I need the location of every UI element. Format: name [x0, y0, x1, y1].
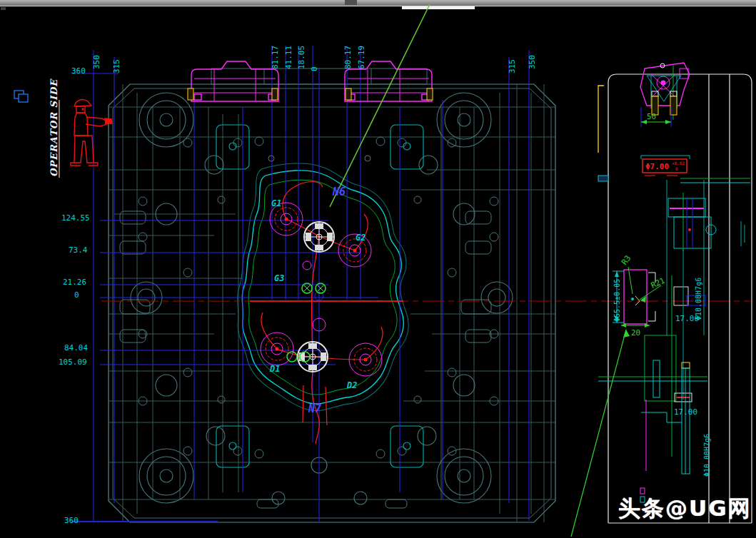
- blue-construction-lines: [71, 46, 529, 523]
- dim-360-left: 360: [71, 66, 86, 76]
- yellow-edge-line: [598, 86, 604, 153]
- operator-side-marker: OPERATOR SIDE: [49, 78, 112, 178]
- round-insert-top: [304, 222, 334, 252]
- cyan-inserts: [216, 125, 423, 467]
- operator-figure-icon: [71, 99, 112, 166]
- operator-side-label: OPERATOR SIDE: [49, 78, 59, 177]
- dim-low-17: 17.00: [674, 407, 697, 417]
- section-view: 50 Φ7.00 +0.02 0: [571, 63, 752, 537]
- cavity-contours: [238, 163, 409, 411]
- ghost-grid-lines: [109, 84, 555, 522]
- runner-system: [261, 182, 383, 445]
- dim-top-0: 81.17: [271, 46, 280, 69]
- plate-stack-edges: [608, 74, 752, 523]
- insert-label-d1: D1: [269, 364, 280, 374]
- dim-r21: R21: [650, 276, 666, 290]
- gate-assembly-left: [191, 61, 278, 101]
- dim-top-3: 0: [310, 66, 319, 71]
- insert-label-n7: N7: [308, 402, 321, 415]
- section-dimension-labels: Φ55.5±0.05 R3 R21 20 17.00 Φ10.00H7g6 17…: [613, 253, 711, 477]
- dim-top-4: 80.17: [343, 46, 353, 69]
- dim-mid-dia10: Φ10.00H7g6: [695, 278, 702, 320]
- dim-50-label: 50: [647, 112, 656, 121]
- bore-tol-bottom: 0: [675, 166, 678, 171]
- green-leader-arrow: [623, 330, 630, 337]
- insert-label-d2: D2: [346, 380, 357, 390]
- plan-dimension-labels: 360 360 350 315 315 350 81.17 41.11 18.0…: [59, 46, 537, 525]
- drawing-canvas[interactable]: 50 Φ7.00 +0.02 0: [0, 0, 756, 538]
- bore-dimension: Φ7.00 +0.02 0: [641, 156, 690, 176]
- plate-inner-outline: [113, 68, 551, 518]
- insert-label-g2: G2: [356, 233, 366, 243]
- bore-main-label: Φ7.00: [645, 162, 669, 171]
- plate-outline: [109, 84, 555, 522]
- dim-left-1: 73.4: [69, 245, 88, 255]
- insert-label-g1: G1: [271, 198, 281, 208]
- overlapping-windows-icon[interactable]: [14, 91, 28, 102]
- dim-left-0: 124.55: [61, 213, 90, 223]
- dim-left-3: 0: [74, 290, 79, 300]
- round-insert-bottom: [298, 342, 328, 372]
- cad-viewport[interactable]: 50 Φ7.00 +0.02 0: [0, 0, 756, 538]
- dim-left-2: 21.26: [63, 278, 86, 287]
- sprue-assembly: [640, 63, 690, 120]
- dim-top-5: 67.19: [357, 46, 366, 69]
- dim-350-right: 350: [528, 55, 537, 69]
- plan-view: [71, 4, 750, 523]
- green-leader-top: [330, 4, 430, 207]
- dim-top-1: 41.11: [284, 46, 293, 69]
- dim-315-right: 315: [508, 59, 517, 73]
- dim-top-2: 18.05: [297, 46, 306, 69]
- dim-350-left: 350: [92, 55, 101, 69]
- guide-pin-holes: [131, 93, 513, 504]
- dim-20: 20: [631, 328, 640, 337]
- dim-left-5: 105.09: [59, 357, 87, 367]
- insert-label-g3: G3: [274, 273, 284, 283]
- watermark-text: 头条@UG网: [618, 494, 752, 524]
- dim-left-4: 84.04: [64, 343, 88, 352]
- insert-label-n6: N6: [332, 186, 346, 198]
- gate-pins: [188, 88, 433, 100]
- bore-tol-top: +0.02: [672, 161, 685, 166]
- dim-dia55: Φ55.5±0.05: [613, 279, 621, 322]
- dim-360-bottom: 360: [64, 516, 79, 525]
- dim-low-dia10: Φ10.00H7g6: [703, 434, 711, 477]
- dim-315-left: 315: [112, 59, 121, 73]
- dim-r3: R3: [620, 253, 632, 266]
